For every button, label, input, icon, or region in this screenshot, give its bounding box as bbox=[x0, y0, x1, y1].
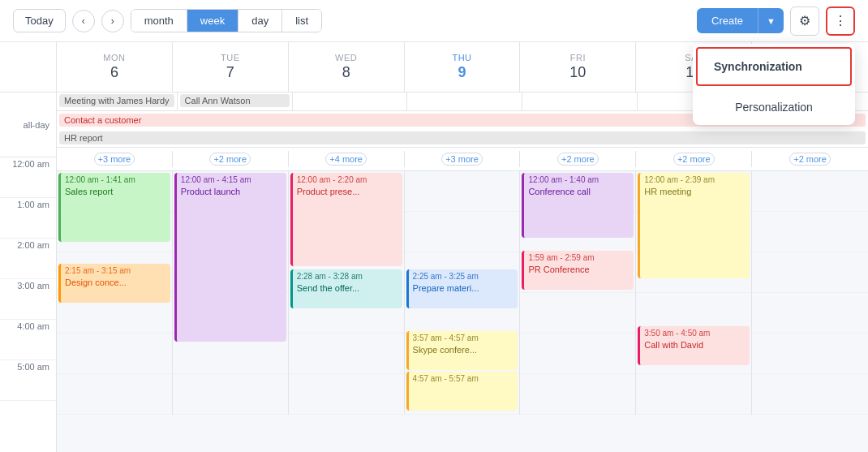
event-prepare-materi[interactable]: 2:25 am - 3:25 am Prepare materi... bbox=[406, 269, 518, 308]
event-skype-confere[interactable]: 3:57 am - 4:57 am Skype confere... bbox=[406, 331, 518, 370]
allday-label: all-day bbox=[0, 93, 56, 157]
allday-event-ann[interactable]: Call Ann Watson bbox=[180, 94, 290, 107]
gear-icon: ⚙ bbox=[799, 13, 810, 28]
event-title: Skype confere... bbox=[413, 344, 514, 356]
event-pr-conference[interactable]: 1:59 am - 2:59 am PR Conference bbox=[522, 251, 634, 290]
allday-cell-thu bbox=[407, 93, 522, 110]
allday-cell-mon: Meeting with James Hardy bbox=[57, 93, 178, 110]
view-day-button[interactable]: day bbox=[238, 10, 282, 32]
event-product-launch[interactable]: 12:00 am - 4:15 am Product launch bbox=[174, 173, 286, 342]
settings-button[interactable]: ⚙ bbox=[790, 6, 819, 36]
time-gutter: all-day 12:00 am 1:00 am 2:00 am 3:00 am… bbox=[0, 42, 57, 452]
event-time: 12:00 am - 4:15 am bbox=[181, 174, 282, 186]
dropdown-personalization[interactable]: Personalization bbox=[693, 89, 855, 125]
grid-col-thu: 2:25 am - 3:25 am Prepare materi... 3:57… bbox=[405, 171, 521, 415]
prev-arrow-button[interactable]: ‹ bbox=[72, 10, 95, 32]
time-label-4: 4:00 am bbox=[0, 320, 56, 360]
time-label-2: 2:00 am bbox=[0, 239, 56, 279]
more-link-sun-btn[interactable]: +2 more bbox=[789, 153, 831, 166]
event-title: Conference call bbox=[528, 186, 630, 198]
grid-body: 12:00 am - 1:41 am Sales report 2:15 am … bbox=[57, 171, 868, 452]
event-time: 12:00 am - 1:41 am bbox=[65, 174, 166, 186]
day-num-wed: 8 bbox=[342, 64, 350, 81]
view-list-button[interactable]: list bbox=[282, 10, 321, 32]
view-group: month week day list bbox=[131, 9, 322, 32]
more-link-fri: +2 more bbox=[520, 151, 636, 167]
create-dropdown-button[interactable]: ▼ bbox=[758, 8, 784, 33]
event-time: 12:00 am - 2:39 am bbox=[644, 174, 746, 186]
allday-cell-wed bbox=[293, 93, 408, 110]
event-title: Call with David bbox=[644, 339, 746, 351]
event-title: Product launch bbox=[181, 186, 282, 198]
allday-cell-hr: HR report bbox=[57, 131, 868, 145]
more-link-wed-btn[interactable]: +4 more bbox=[325, 153, 367, 166]
event-call-david[interactable]: 3:50 am - 4:50 am Call with David bbox=[638, 326, 750, 365]
event-time: 3:50 am - 4:50 am bbox=[644, 328, 746, 339]
view-week-button[interactable]: week bbox=[187, 10, 238, 32]
more-link-tue-btn[interactable]: +2 more bbox=[209, 153, 251, 166]
event-title: PR Conference bbox=[528, 264, 630, 276]
time-label-3: 3:00 am bbox=[0, 279, 56, 320]
time-grid: 12:00 am - 1:41 am Sales report 2:15 am … bbox=[57, 171, 868, 415]
dropdown-menu: Synchronization Personalization bbox=[693, 44, 855, 125]
day-header-wed: Wed 8 bbox=[289, 42, 405, 92]
grid-col-mon: 12:00 am - 1:41 am Sales report 2:15 am … bbox=[57, 171, 173, 415]
more-link-mon: +3 more bbox=[57, 151, 173, 167]
event-time: 2:28 am - 3:28 am bbox=[297, 271, 398, 282]
today-button[interactable]: Today bbox=[13, 9, 66, 32]
event-conference-call[interactable]: 12:00 am - 1:40 am Conference call bbox=[522, 173, 634, 238]
day-name-thu: Thu bbox=[452, 53, 471, 62]
event-sales-report[interactable]: 12:00 am - 1:41 am Sales report bbox=[58, 173, 170, 242]
event-thu-extra[interactable]: 4:57 am - 5:57 am bbox=[406, 372, 518, 411]
top-bar: Today ‹ › month week day list Create ▼ ⚙… bbox=[0, 0, 868, 42]
event-time: 12:00 am - 2:20 am bbox=[297, 174, 398, 186]
grid-col-fri: 12:00 am - 1:40 am Conference call 1:59 … bbox=[520, 171, 636, 415]
event-time: 1:59 am - 2:59 am bbox=[528, 252, 630, 264]
day-name-tue: Tue bbox=[221, 53, 240, 62]
event-title: Prepare materi... bbox=[413, 282, 514, 295]
create-button[interactable]: Create bbox=[697, 8, 758, 33]
day-header-fri: Fri 10 bbox=[520, 42, 636, 92]
event-product-prese[interactable]: 12:00 am - 2:20 am Product prese... bbox=[290, 173, 402, 266]
more-options-button[interactable]: ⋮ bbox=[826, 6, 855, 36]
event-time: 3:57 am - 4:57 am bbox=[413, 333, 514, 344]
more-link-thu-btn[interactable]: +3 more bbox=[441, 153, 483, 166]
grid-col-sat: 12:00 am - 2:39 am HR meeting 3:50 am - … bbox=[636, 171, 752, 415]
allday-cell-tue: Call Ann Watson bbox=[178, 93, 293, 110]
event-design-conce[interactable]: 2:15 am - 3:15 am Design conce... bbox=[58, 264, 170, 303]
more-link-wed: +4 more bbox=[289, 151, 405, 167]
allday-cell-fri bbox=[522, 93, 638, 110]
view-month-button[interactable]: month bbox=[131, 10, 187, 32]
grid-col-wed: 12:00 am - 2:20 am Product prese... 2:28… bbox=[289, 171, 405, 415]
event-time: 4:57 am - 5:57 am bbox=[413, 373, 514, 385]
time-label-1: 1:00 am bbox=[0, 198, 56, 239]
create-group: Create ▼ bbox=[697, 8, 784, 33]
more-links-row: +3 more +2 more +4 more +3 more +2 more … bbox=[57, 148, 868, 171]
time-slots: 12:00 am 1:00 am 2:00 am 3:00 am 4:00 am… bbox=[0, 157, 56, 401]
day-header-thu: Thu 9 bbox=[405, 42, 521, 92]
event-time: 2:25 am - 3:25 am bbox=[413, 271, 514, 282]
grid-col-sun bbox=[752, 171, 868, 415]
day-header-mon: Mon 6 bbox=[57, 42, 173, 92]
day-name-wed: Wed bbox=[335, 53, 357, 62]
event-time: 2:15 am - 3:15 am bbox=[65, 265, 166, 277]
dropdown-synchronization[interactable]: Synchronization bbox=[696, 47, 852, 86]
next-arrow-button[interactable]: › bbox=[101, 10, 124, 32]
day-name-fri: Fri bbox=[570, 53, 586, 62]
more-link-fri-btn[interactable]: +2 more bbox=[557, 153, 599, 166]
allday-event-james[interactable]: Meeting with James Hardy bbox=[59, 94, 174, 107]
day-num-mon: 6 bbox=[110, 64, 118, 81]
event-send-offer[interactable]: 2:28 am - 3:28 am Send the offer... bbox=[290, 269, 402, 308]
event-hr-meeting[interactable]: 12:00 am - 2:39 am HR meeting bbox=[638, 173, 750, 278]
more-link-thu: +3 more bbox=[405, 151, 521, 167]
day-num-thu: 9 bbox=[458, 64, 466, 81]
event-title: Send the offer... bbox=[297, 282, 398, 295]
event-title: HR meeting bbox=[644, 186, 746, 198]
grid-col-tue: 12:00 am - 4:15 am Product launch bbox=[173, 171, 289, 415]
day-header-tue: Tue 7 bbox=[173, 42, 289, 92]
more-link-mon-btn[interactable]: +3 more bbox=[94, 153, 135, 166]
more-link-sat-btn[interactable]: +2 more bbox=[673, 153, 715, 166]
allday-event-hr-report[interactable]: HR report bbox=[59, 131, 866, 144]
more-link-sun: +2 more bbox=[752, 151, 868, 167]
time-label-5: 5:00 am bbox=[0, 360, 56, 401]
